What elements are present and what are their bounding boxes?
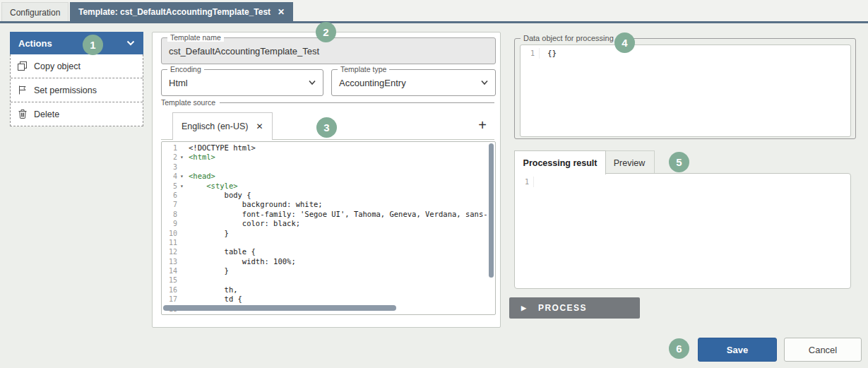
- annotation-badge-1: 1: [83, 35, 103, 55]
- action-item-label: Set permissions: [34, 85, 97, 95]
- line-number: 11: [162, 238, 177, 247]
- save-button-label: Save: [727, 345, 748, 355]
- tab-processing-result-label: Processing result: [523, 158, 598, 168]
- action-item-label: Delete: [34, 109, 59, 119]
- line-number: 1: [515, 177, 534, 187]
- line-number: 6: [162, 191, 177, 200]
- code-text: th,: [189, 285, 238, 295]
- encoding-select[interactable]: Encoding Html: [161, 69, 323, 96]
- fold-gutter: [177, 143, 186, 153]
- code-line-15: 15: [162, 275, 495, 285]
- template-name-label: Template name: [167, 33, 224, 42]
- actions-panel: Actions Copy objectSet permissionsDelete: [10, 32, 143, 126]
- code-line-10: 10 }: [162, 229, 495, 238]
- annotation-badge-5: 5: [669, 152, 689, 172]
- template-source-label: Template source: [161, 98, 215, 107]
- fold-gutter: [177, 162, 186, 172]
- tab-preview[interactable]: Preview: [605, 150, 655, 175]
- code-text: body {: [189, 191, 251, 200]
- encoding-value: Html: [162, 70, 323, 95]
- line-number: 16: [162, 285, 177, 295]
- permissions-icon: [17, 85, 28, 95]
- template-source-editor[interactable]: 1<!DOCTYPE html>2▾<html>34▾<head>5▾ <sty…: [161, 141, 496, 315]
- code-line-11: 11: [162, 238, 495, 247]
- fold-gutter: [177, 247, 186, 256]
- data-object-editor[interactable]: 1{}: [520, 44, 851, 137]
- line-number: 1: [521, 48, 540, 59]
- fold-gutter: [177, 257, 186, 266]
- trash-icon: [17, 109, 28, 119]
- data-object-legend: Data object for processing: [521, 34, 617, 42]
- annotation-badge-3: 3: [316, 117, 337, 138]
- actions-menu-list: Copy objectSet permissionsDelete: [10, 54, 143, 126]
- fold-gutter: [177, 266, 186, 275]
- cancel-button-label: Cancel: [809, 345, 837, 355]
- code-text: }: [189, 229, 229, 238]
- process-button[interactable]: ▶ PROCESS: [509, 297, 640, 319]
- code-line-9: 9 color: black;: [162, 219, 495, 228]
- code-line-1: 1<!DOCTYPE html>: [162, 143, 495, 153]
- annotation-badge-6: 6: [669, 338, 689, 359]
- fold-gutter: [177, 229, 186, 238]
- actions-menu-button[interactable]: Actions: [10, 32, 143, 54]
- horizontal-scrollbar[interactable]: [163, 305, 396, 311]
- annotation-badge-4: 4: [614, 32, 635, 53]
- tab-configuration[interactable]: Configuration: [1, 2, 69, 22]
- chevron-down-icon: [309, 81, 316, 85]
- chevron-down-icon: [126, 40, 135, 46]
- save-button[interactable]: Save: [698, 338, 777, 362]
- fold-arrow-icon[interactable]: ▾: [177, 182, 186, 191]
- code-line-2: 2▾<html>: [162, 153, 495, 162]
- template-panel: Template name cst_DefaultAccountingTempl…: [152, 32, 501, 328]
- code-text: color: black;: [189, 219, 300, 228]
- fold-arrow-icon[interactable]: ▾: [177, 172, 186, 181]
- code-line-13: 13 width: 100%;: [162, 257, 495, 266]
- language-tab-label: Englisch (en-US): [182, 121, 248, 131]
- code-text: width: 100%;: [189, 257, 296, 266]
- window-tab-bar: Configuration Template: cst_DefaultAccou…: [0, 0, 868, 21]
- processing-result-editor[interactable]: 1: [514, 173, 851, 289]
- encoding-label: Encoding: [167, 65, 204, 73]
- result-lines: 1: [515, 177, 850, 187]
- close-icon[interactable]: ✕: [256, 121, 263, 131]
- cancel-button[interactable]: Cancel: [784, 338, 862, 362]
- source-code-lines: 1<!DOCTYPE html>2▾<html>34▾<head>5▾ <sty…: [162, 143, 495, 314]
- add-language-button[interactable]: +: [473, 115, 492, 135]
- code-line-5: 5▾ <style>: [162, 182, 495, 191]
- line-number: 17: [162, 295, 177, 304]
- code-line-12: 12 table {: [162, 247, 495, 256]
- action-set-permissions[interactable]: Set permissions: [11, 78, 143, 102]
- code-text: {}: [547, 48, 557, 59]
- template-editor-app: Configuration Template: cst_DefaultAccou…: [0, 0, 868, 368]
- code-text: <style>: [189, 182, 238, 191]
- fold-gutter: [177, 191, 186, 200]
- code-text: table {: [189, 247, 256, 256]
- fold-arrow-icon[interactable]: ▾: [177, 153, 186, 162]
- fold-gutter: [177, 285, 186, 295]
- code-line-8: 8 font-family: 'Segoe UI', Tahoma, Genev…: [162, 210, 495, 219]
- close-icon[interactable]: ✕: [278, 7, 285, 17]
- template-type-select[interactable]: Template type AccountingEntry: [331, 69, 496, 96]
- code-text: td {: [189, 295, 242, 304]
- copy-icon: [17, 61, 28, 71]
- tab-template-active[interactable]: Template: cst_DefaultAccountingTemplate_…: [70, 2, 293, 21]
- line-number: 8: [162, 210, 177, 219]
- tab-configuration-label: Configuration: [10, 8, 60, 18]
- line-number: 4: [162, 172, 177, 181]
- fold-gutter: [177, 238, 186, 247]
- code-line-14: 14 }: [162, 266, 495, 275]
- data-object-lines: 1{}: [521, 48, 850, 59]
- line-number: 10: [162, 229, 177, 238]
- tab-template-label: Template: cst_DefaultAccountingTemplate_…: [78, 7, 270, 17]
- code-line-17: 17 td {: [162, 295, 495, 304]
- action-copy-object[interactable]: Copy object: [11, 54, 143, 78]
- language-tab-en-us[interactable]: Englisch (en-US) ✕: [172, 112, 273, 140]
- code-text: <html>: [189, 153, 215, 162]
- divider-line: [220, 102, 494, 103]
- fold-gutter: [177, 275, 186, 285]
- tab-processing-result[interactable]: Processing result: [514, 150, 606, 174]
- action-delete[interactable]: Delete: [11, 102, 143, 126]
- code-line-4: 4▾<head>: [162, 172, 495, 181]
- vertical-scrollbar[interactable]: [489, 143, 494, 278]
- chevron-down-icon: [481, 81, 488, 85]
